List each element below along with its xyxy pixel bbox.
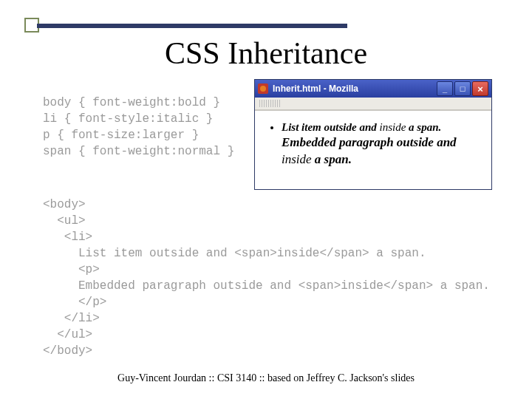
html-code-block: <body> <ul> <li> List item outside and <… <box>43 197 490 359</box>
window-title-text: Inherit.html - Mozilla <box>273 83 437 94</box>
embedded-paragraph: Embedded paragraph outside and inside a … <box>282 134 478 168</box>
p-text-after: a span. <box>312 152 352 166</box>
minimize-glyph: _ <box>443 85 447 93</box>
minimize-button[interactable]: _ <box>437 81 453 96</box>
list-item: List item outside and inside a span. Emb… <box>282 120 478 168</box>
p-span-inside: inside <box>282 152 312 166</box>
footer-text: Guy-Vincent Jourdan :: CSI 3140 :: based… <box>0 372 532 384</box>
css-code-block: body { font-weight:bold } li { font-styl… <box>43 95 234 160</box>
close-glyph: × <box>477 84 483 94</box>
li-text-before: List item outside and <box>282 121 380 133</box>
maximize-glyph: □ <box>460 85 466 93</box>
window-buttons: _ □ × <box>437 81 488 96</box>
maximize-button[interactable]: □ <box>454 81 471 96</box>
browser-window: Inherit.html - Mozilla _ □ × List item o… <box>255 80 491 189</box>
window-titlebar: Inherit.html - Mozilla _ □ × <box>255 80 491 98</box>
slide-title: CSS Inheritance <box>0 35 532 71</box>
mozilla-icon <box>258 83 268 94</box>
window-toolbar <box>255 98 491 110</box>
li-span-inside: inside <box>380 121 406 133</box>
rendered-page: List item outside and inside a span. Emb… <box>255 110 491 189</box>
close-button[interactable]: × <box>472 81 488 96</box>
p-text-before: Embedded paragraph outside and <box>282 135 457 149</box>
rendered-list: List item outside and inside a span. Emb… <box>268 120 478 168</box>
li-text-after: a span. <box>406 121 441 133</box>
decorative-top-rule <box>37 24 347 28</box>
